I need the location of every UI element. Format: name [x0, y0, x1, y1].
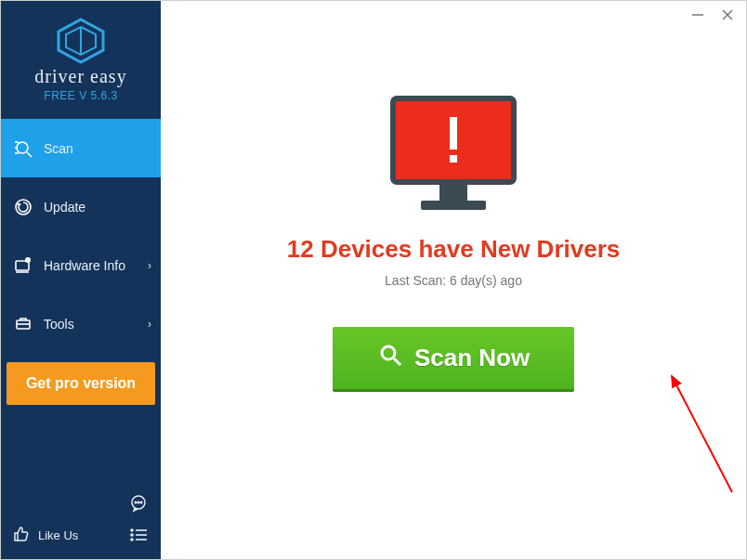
feedback-button[interactable] [127, 492, 150, 514]
sidebar-item-label: Tools [44, 317, 74, 332]
svg-rect-33 [450, 155, 457, 163]
svg-rect-30 [439, 182, 467, 201]
tools-icon [12, 313, 34, 335]
like-us-label: Like Us [38, 528, 78, 542]
sidebar-item-scan[interactable]: Scan [1, 119, 161, 177]
update-icon [12, 196, 34, 218]
svg-point-6 [17, 142, 28, 153]
annotation-arrow [588, 367, 746, 506]
search-icon [377, 342, 403, 374]
close-button[interactable] [720, 7, 735, 22]
get-pro-button[interactable]: Get pro version [7, 362, 155, 405]
svg-point-34 [382, 346, 395, 359]
scan-icon [12, 137, 34, 160]
svg-rect-32 [450, 117, 457, 150]
scan-now-label: Scan Now [414, 344, 530, 372]
main-panel: 12 Devices have New Drivers Last Scan: 6… [161, 1, 746, 559]
svg-point-20 [138, 501, 139, 503]
get-pro-label: Get pro version [26, 375, 136, 392]
chevron-right-icon: › [148, 259, 151, 272]
nav: Scan Update [1, 119, 161, 353]
sidebar-item-label: Scan [44, 141, 73, 156]
svg-point-21 [140, 501, 142, 503]
svg-line-37 [672, 376, 732, 492]
sidebar-item-label: Hardware Info [44, 258, 125, 273]
sidebar: driver easy FREE V 5.6.3 Scan [1, 1, 161, 559]
logo-block: driver easy FREE V 5.6.3 [1, 1, 161, 113]
last-scan-text: Last Scan: 6 day(s) ago [161, 273, 746, 288]
hardware-info-icon: i [12, 254, 34, 277]
brand-version: FREE V 5.6.3 [1, 89, 161, 102]
sidebar-item-tools[interactable]: Tools › [1, 294, 161, 353]
minimize-button[interactable] [690, 7, 705, 22]
chevron-right-icon: › [148, 318, 151, 331]
svg-point-24 [131, 534, 133, 536]
svg-line-35 [394, 358, 400, 365]
thumbs-up-icon [12, 525, 31, 546]
app-window: driver easy FREE V 5.6.3 Scan [0, 0, 747, 560]
sidebar-item-update[interactable]: Update [1, 177, 161, 236]
svg-point-19 [135, 501, 137, 503]
like-us-button[interactable]: Like Us [12, 525, 78, 546]
sidebar-item-label: Update [44, 200, 85, 215]
menu-button[interactable] [127, 524, 150, 546]
sidebar-item-hardware-info[interactable]: i Hardware Info › [1, 236, 161, 294]
svg-point-26 [131, 539, 133, 540]
scan-now-button[interactable]: Scan Now [333, 327, 574, 392]
svg-rect-31 [421, 201, 486, 210]
alert-monitor-icon [384, 94, 523, 218]
svg-line-7 [27, 152, 32, 157]
logo-icon [1, 18, 161, 64]
sidebar-controls [127, 492, 150, 546]
svg-point-22 [131, 529, 133, 531]
headline: 12 Devices have New Drivers [161, 235, 746, 264]
brand-name: driver easy [1, 66, 161, 87]
sidebar-bottom: Like Us [1, 483, 161, 559]
titlebar [690, 1, 746, 29]
